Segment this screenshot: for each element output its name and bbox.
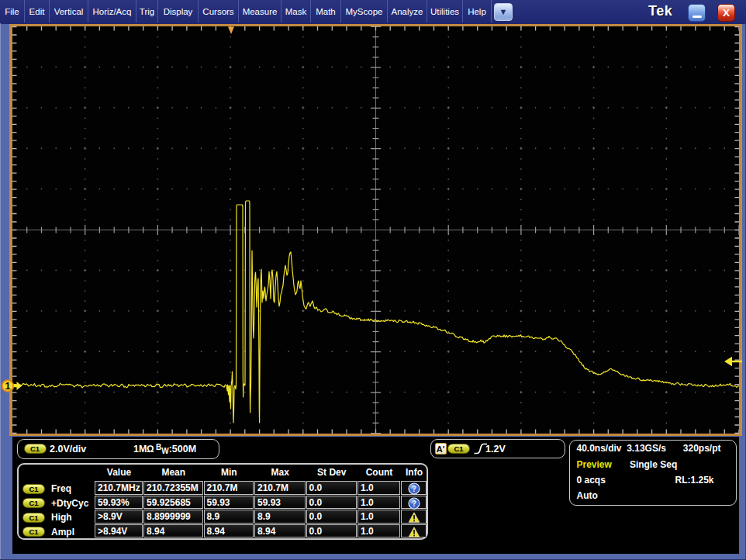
svg-text:1: 1 xyxy=(5,381,11,392)
svg-text:?: ? xyxy=(411,499,416,508)
svg-text:?: ? xyxy=(411,484,416,493)
